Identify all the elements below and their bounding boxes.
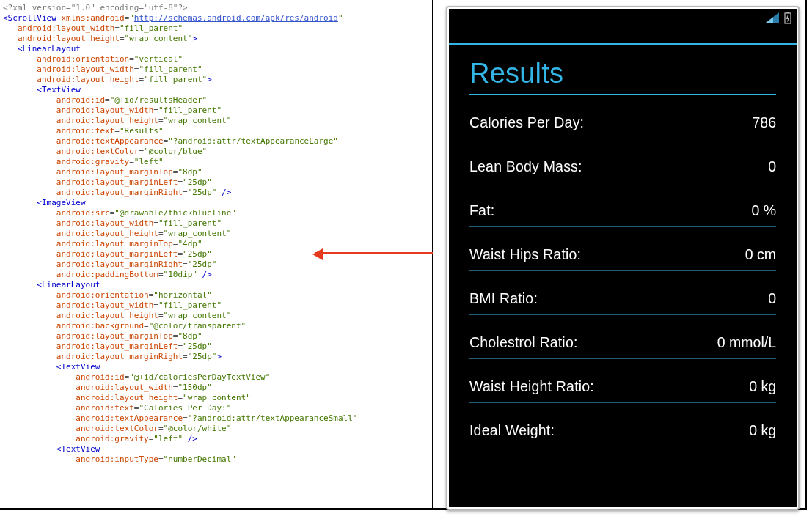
battery-icon (783, 11, 792, 24)
header-underline (469, 94, 776, 95)
arrow-icon (315, 252, 433, 254)
svg-rect-3 (786, 12, 789, 13)
result-row: Fat:0 % (469, 202, 776, 219)
status-bar (449, 9, 797, 26)
phone-frame: Results Calories Per Day:786Lean Body Ma… (446, 6, 800, 510)
result-row: Cholestrol Ratio:0 mmol/L (469, 334, 776, 351)
row-value: 0 % (751, 202, 776, 219)
row-divider (469, 314, 776, 315)
result-row: Lean Body Mass:0 (469, 158, 776, 175)
split-container: <?xml version="1.0" encoding="utf-8"?> <… (0, 0, 807, 510)
svg-marker-4 (786, 15, 790, 23)
row-divider (469, 402, 776, 403)
row-divider (469, 270, 776, 271)
row-value: 0 (768, 290, 776, 307)
row-value: 0 cm (745, 246, 776, 263)
row-divider (469, 183, 776, 183)
row-value: 0 kg (749, 422, 776, 439)
thick-blue-divider (449, 43, 797, 45)
signal-icon (764, 11, 780, 24)
app-content[interactable]: Results Calories Per Day:786Lean Body Ma… (449, 26, 797, 507)
row-value: 0 (768, 158, 776, 175)
row-divider (469, 358, 776, 359)
result-row: Ideal Weight:0 kg (469, 422, 776, 439)
row-label: Calories Per Day: (469, 114, 584, 131)
svg-marker-1 (766, 18, 773, 23)
results-header: Results (469, 58, 776, 89)
row-label: Lean Body Mass: (469, 158, 582, 175)
phone-shell: Results Calories Per Day:786Lean Body Ma… (440, 0, 805, 508)
row-value: 0 kg (749, 378, 776, 395)
row-divider (469, 226, 776, 227)
phone-screen: Results Calories Per Day:786Lean Body Ma… (449, 9, 797, 507)
xml-declaration: <?xml version="1.0" encoding="utf-8"?> (3, 3, 188, 12)
row-label: Fat: (469, 202, 494, 219)
arrow-wrap (433, 0, 440, 508)
row-label: Waist Height Ratio: (469, 378, 594, 395)
row-value: 786 (752, 114, 776, 131)
row-label: Ideal Weight: (469, 422, 555, 439)
row-value: 0 mmol/L (717, 334, 776, 351)
row-label: Waist Hips Ratio: (469, 246, 581, 263)
result-row: Calories Per Day:786 (469, 114, 776, 131)
row-divider (469, 139, 776, 139)
result-row: Waist Height Ratio:0 kg (469, 378, 776, 395)
row-label: Cholestrol Ratio: (469, 334, 578, 351)
result-row: BMI Ratio:0 (469, 290, 776, 307)
result-row: Waist Hips Ratio:0 cm (469, 246, 776, 263)
row-label: BMI Ratio: (469, 290, 538, 307)
